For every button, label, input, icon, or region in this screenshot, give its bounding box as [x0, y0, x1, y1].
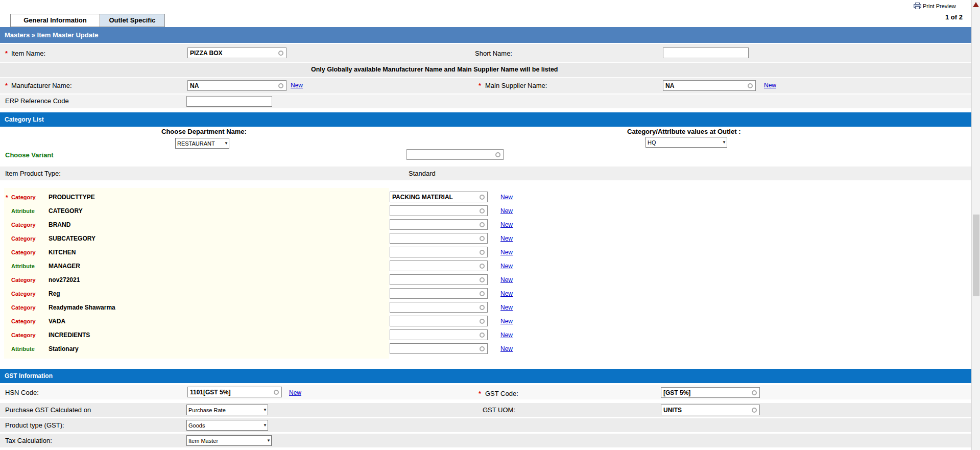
category-type-link[interactable]: Category — [11, 194, 36, 200]
tax-calculation-row: Tax Calculation: Item Master ▼ — [0, 434, 971, 447]
category-row: Category Reg New — [0, 287, 541, 300]
hsn-code-field — [187, 387, 282, 397]
category-new-link[interactable]: New — [500, 318, 513, 325]
variant-search-field — [407, 149, 504, 160]
category-new-link[interactable]: New — [500, 249, 513, 256]
search-icon[interactable] — [480, 277, 485, 282]
breadcrumb-title: Masters » Item Master Update — [0, 27, 971, 43]
outlet-select[interactable]: HQ — [646, 137, 727, 148]
search-icon[interactable] — [480, 236, 485, 241]
search-icon[interactable] — [480, 250, 485, 255]
gst-uom-input[interactable] — [661, 405, 752, 415]
category-new-link[interactable]: New — [500, 194, 513, 201]
short-name-input[interactable] — [663, 48, 749, 58]
category-new-link[interactable]: New — [500, 207, 513, 215]
department-select[interactable]: RESTAURANT — [175, 138, 229, 149]
category-value-input[interactable] — [390, 289, 480, 298]
tax-calculation-select[interactable]: Item Master — [186, 435, 272, 446]
search-icon[interactable] — [752, 390, 757, 395]
category-value-input[interactable] — [390, 330, 480, 340]
search-icon[interactable] — [278, 51, 283, 56]
category-row: Category Readymade Shawarma New — [0, 300, 541, 314]
tab-outlet-specific[interactable]: Outlet Specific — [100, 14, 165, 27]
category-name: Reg — [49, 290, 60, 297]
attribute-type-label: Attribute — [11, 346, 35, 352]
search-icon[interactable] — [495, 152, 500, 157]
category-name: CATEGORY — [49, 207, 83, 215]
search-icon[interactable] — [480, 195, 485, 200]
category-value-input[interactable] — [390, 220, 480, 229]
global-availability-note: Only Globally available Manufacturer Nam… — [311, 66, 558, 73]
category-row: Category SUBCATEGORY New — [0, 231, 541, 245]
product-type-gst-select[interactable]: Goods — [186, 420, 268, 431]
print-preview-button[interactable]: Print Preview — [914, 3, 956, 9]
category-new-link[interactable]: New — [500, 276, 513, 283]
category-row: * Category PRODUCTTYPE New — [0, 190, 541, 204]
manufacturer-new-link[interactable]: New — [291, 82, 303, 89]
search-icon[interactable] — [748, 83, 753, 88]
search-icon[interactable] — [480, 333, 485, 338]
category-value-input[interactable] — [390, 192, 480, 202]
item-name-field — [187, 48, 286, 58]
category-new-link[interactable]: New — [500, 331, 513, 339]
choose-department-label: Choose Department Name: — [161, 128, 247, 135]
category-type-label: Category — [11, 222, 36, 228]
manufacturer-field — [187, 80, 286, 91]
category-new-link[interactable]: New — [500, 345, 513, 352]
category-new-link[interactable]: New — [500, 235, 513, 242]
search-icon[interactable] — [480, 208, 485, 214]
search-icon[interactable] — [278, 83, 283, 88]
category-value-field — [390, 247, 488, 257]
erp-reference-input[interactable] — [186, 96, 272, 107]
category-value-field — [390, 329, 488, 340]
search-icon[interactable] — [274, 390, 279, 395]
category-value-field — [390, 260, 488, 271]
gst-code-label: GST Code: — [485, 390, 518, 397]
search-icon[interactable] — [480, 222, 485, 227]
category-new-link[interactable]: New — [500, 263, 513, 270]
required-marker: * — [5, 50, 8, 57]
category-value-input[interactable] — [390, 275, 480, 285]
search-icon[interactable] — [480, 305, 485, 310]
category-value-input[interactable] — [390, 247, 480, 257]
main-supplier-new-link[interactable]: New — [764, 82, 776, 89]
category-value-input[interactable] — [390, 206, 480, 216]
search-icon[interactable] — [480, 319, 485, 324]
category-value-field — [390, 274, 488, 285]
required-marker: * — [6, 194, 8, 201]
search-icon[interactable] — [480, 264, 485, 269]
scroll-up-arrow-icon[interactable] — [973, 2, 979, 7]
category-row: Attribute MANAGER New — [0, 259, 541, 273]
category-value-field — [390, 288, 488, 299]
category-value-input[interactable] — [390, 316, 480, 326]
outlet-values-label: Category/Attribute values at Outlet : — [627, 128, 740, 135]
search-icon[interactable] — [480, 291, 485, 296]
scrollbar-thumb[interactable] — [973, 215, 979, 296]
item-name-input[interactable] — [188, 48, 278, 58]
search-icon[interactable] — [480, 346, 485, 351]
category-value-input[interactable] — [390, 344, 480, 353]
purchase-gst-select[interactable]: Purchase Rate — [186, 405, 268, 415]
attribute-type-label: Attribute — [11, 263, 35, 269]
manufacturer-input[interactable] — [188, 81, 278, 90]
hsn-new-link[interactable]: New — [289, 389, 301, 396]
category-list-header: Category List — [0, 112, 971, 127]
category-new-link[interactable]: New — [500, 304, 513, 311]
main-supplier-input[interactable] — [663, 81, 748, 90]
category-value-input[interactable] — [390, 261, 480, 271]
vertical-scrollbar[interactable] — [971, 0, 980, 450]
category-value-input[interactable] — [390, 302, 480, 312]
manufacturer-row: * Manufacturer Name: New * Main Supplier… — [0, 78, 971, 93]
required-marker: * — [479, 82, 481, 89]
gst-uom-label: GST UOM: — [483, 406, 515, 414]
category-new-link[interactable]: New — [500, 221, 513, 228]
variant-search-input[interactable] — [407, 150, 495, 159]
tab-general-information[interactable]: General Information — [10, 14, 100, 27]
printer-icon — [914, 3, 921, 9]
category-value-input[interactable] — [390, 233, 480, 243]
category-new-link[interactable]: New — [500, 290, 513, 297]
gst-code-field — [661, 387, 760, 398]
gst-code-input[interactable] — [661, 388, 752, 397]
search-icon[interactable] — [752, 408, 757, 413]
hsn-code-input[interactable] — [188, 387, 274, 397]
